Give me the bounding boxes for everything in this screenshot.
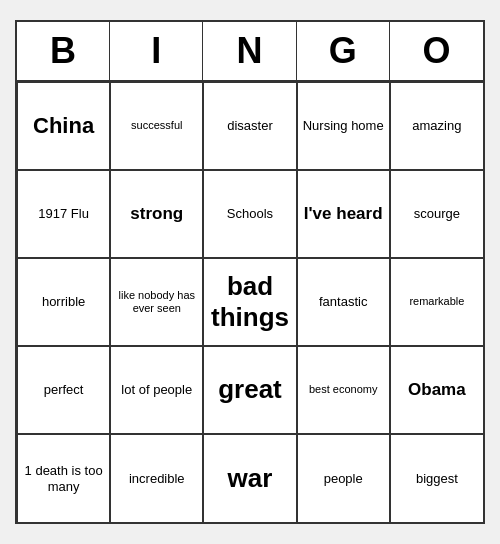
cell-text-2-3: fantastic — [319, 294, 367, 310]
header-letter-n: N — [203, 22, 296, 80]
cell-text-4-1: incredible — [129, 471, 185, 487]
cell-text-4-0: 1 death is too many — [23, 463, 104, 494]
header-letter-b: B — [17, 22, 110, 80]
cell-text-4-2: war — [228, 463, 273, 494]
cell-text-4-3: people — [324, 471, 363, 487]
cell-text-1-3: I've heard — [304, 204, 383, 224]
cell-text-1-0: 1917 Flu — [38, 206, 89, 222]
header-letter-g: G — [297, 22, 390, 80]
cell-text-3-3: best economy — [309, 383, 377, 396]
header-letter-i: I — [110, 22, 203, 80]
bingo-cell-4-2: war — [203, 434, 296, 522]
bingo-cell-1-0: 1917 Flu — [17, 170, 110, 258]
bingo-cell-2-1: like nobody has ever seen — [110, 258, 203, 346]
cell-text-0-2: disaster — [227, 118, 273, 134]
bingo-cell-3-2: great — [203, 346, 296, 434]
cell-text-3-2: great — [218, 374, 282, 405]
bingo-cell-0-0: China — [17, 82, 110, 170]
bingo-grid: ChinasuccessfuldisasterNursing homeamazi… — [17, 82, 483, 522]
cell-text-3-1: lot of people — [121, 382, 192, 398]
bingo-cell-3-0: perfect — [17, 346, 110, 434]
cell-text-1-4: scourge — [414, 206, 460, 222]
bingo-cell-0-3: Nursing home — [297, 82, 390, 170]
bingo-cell-4-1: incredible — [110, 434, 203, 522]
bingo-cell-2-2: bad things — [203, 258, 296, 346]
bingo-cell-1-1: strong — [110, 170, 203, 258]
bingo-cell-2-3: fantastic — [297, 258, 390, 346]
bingo-cell-4-3: people — [297, 434, 390, 522]
cell-text-2-1: like nobody has ever seen — [116, 289, 197, 315]
bingo-cell-1-3: I've heard — [297, 170, 390, 258]
cell-text-1-2: Schools — [227, 206, 273, 222]
header-letter-o: O — [390, 22, 483, 80]
cell-text-0-1: successful — [131, 119, 182, 132]
bingo-header: BINGO — [17, 22, 483, 82]
bingo-cell-2-0: horrible — [17, 258, 110, 346]
cell-text-2-2: bad things — [209, 271, 290, 333]
cell-text-0-4: amazing — [412, 118, 461, 134]
bingo-card: BINGO ChinasuccessfuldisasterNursing hom… — [15, 20, 485, 524]
bingo-cell-4-0: 1 death is too many — [17, 434, 110, 522]
bingo-cell-0-4: amazing — [390, 82, 483, 170]
cell-text-1-1: strong — [130, 204, 183, 224]
cell-text-0-0: China — [33, 113, 94, 139]
cell-text-4-4: biggest — [416, 471, 458, 487]
bingo-cell-1-4: scourge — [390, 170, 483, 258]
bingo-cell-0-1: successful — [110, 82, 203, 170]
bingo-cell-3-4: Obama — [390, 346, 483, 434]
cell-text-2-4: remarkable — [409, 295, 464, 308]
cell-text-3-0: perfect — [44, 382, 84, 398]
cell-text-0-3: Nursing home — [303, 118, 384, 134]
bingo-cell-3-3: best economy — [297, 346, 390, 434]
cell-text-2-0: horrible — [42, 294, 85, 310]
bingo-cell-2-4: remarkable — [390, 258, 483, 346]
bingo-cell-0-2: disaster — [203, 82, 296, 170]
bingo-cell-1-2: Schools — [203, 170, 296, 258]
bingo-cell-4-4: biggest — [390, 434, 483, 522]
cell-text-3-4: Obama — [408, 380, 466, 400]
bingo-cell-3-1: lot of people — [110, 346, 203, 434]
